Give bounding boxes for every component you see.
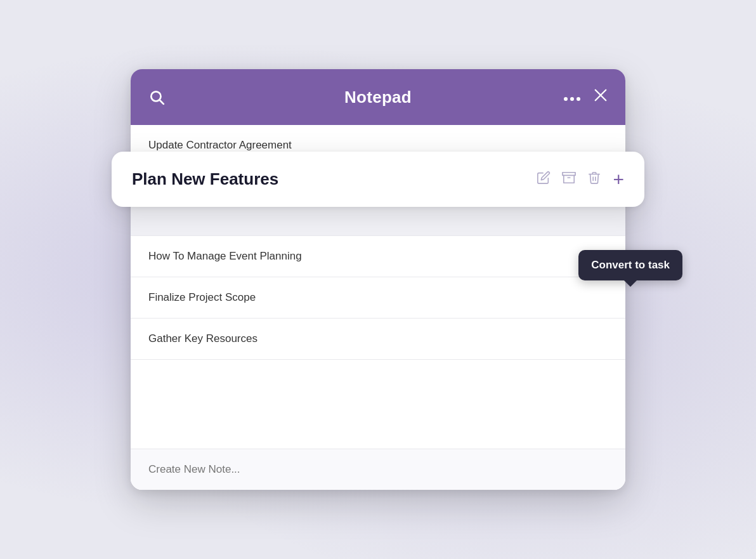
header-right bbox=[563, 88, 608, 106]
svg-point-4 bbox=[577, 97, 580, 101]
delete-icon[interactable] bbox=[587, 171, 601, 188]
tooltip-text: Convert to task bbox=[591, 259, 670, 271]
svg-point-3 bbox=[570, 97, 574, 101]
note-title-3: How To Manage Event Planning bbox=[148, 250, 302, 262]
convert-to-task-tooltip: Convert to task bbox=[578, 250, 682, 280]
note-item-4[interactable]: Finalize Project Scope bbox=[131, 277, 625, 319]
empty-space bbox=[131, 360, 625, 449]
note-title-1: Update Contractor Agreement bbox=[148, 139, 292, 151]
svg-rect-7 bbox=[563, 172, 575, 175]
note-title-4: Finalize Project Scope bbox=[148, 291, 256, 303]
notepad-title: Notepad bbox=[344, 88, 412, 107]
selected-note-card: Plan New Features bbox=[112, 152, 644, 207]
selected-note-card-wrapper: Plan New Features bbox=[112, 152, 644, 207]
archive-icon[interactable] bbox=[562, 171, 576, 188]
create-note-area bbox=[131, 449, 625, 490]
svg-point-2 bbox=[564, 97, 568, 101]
close-icon[interactable] bbox=[594, 88, 608, 106]
note-title-5: Gather Key Resources bbox=[148, 332, 257, 345]
search-icon[interactable] bbox=[148, 89, 165, 105]
note-item-3[interactable]: How To Manage Event Planning bbox=[131, 236, 625, 277]
svg-line-1 bbox=[160, 100, 164, 104]
note-item-5[interactable]: Gather Key Resources bbox=[131, 319, 625, 360]
header-left bbox=[148, 89, 165, 105]
more-options-icon[interactable] bbox=[563, 89, 581, 105]
notepad-window: Notepad Update Contractor Agreement bbox=[131, 69, 625, 490]
notes-list: How To Manage Event Planning Finalize Pr… bbox=[131, 236, 625, 449]
create-note-input[interactable] bbox=[148, 463, 608, 476]
edit-icon[interactable] bbox=[537, 171, 551, 188]
add-icon[interactable]: + bbox=[613, 170, 624, 189]
notepad-header: Notepad bbox=[131, 69, 625, 125]
note-card-actions: + bbox=[537, 170, 624, 189]
selected-note-title: Plan New Features bbox=[132, 169, 278, 189]
